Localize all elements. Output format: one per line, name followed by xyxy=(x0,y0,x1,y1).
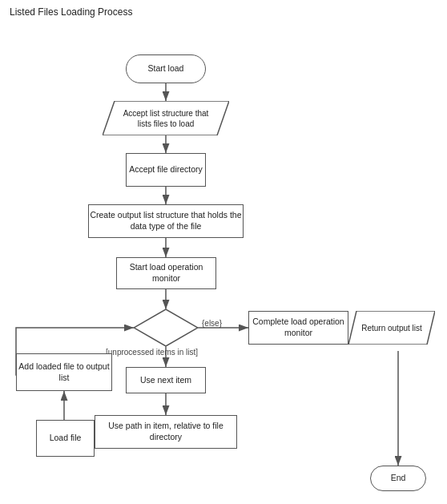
else-label: {else} xyxy=(202,319,222,328)
use-next-item-shape: Use next item xyxy=(126,367,206,393)
complete-monitor-label: Complete load operation monitor xyxy=(249,317,348,338)
load-file-shape: Load file xyxy=(36,420,95,457)
end-label: End xyxy=(391,473,406,484)
start-monitor-label: Start load operation monitor xyxy=(117,262,215,284)
return-output-label: Return output list xyxy=(352,321,432,335)
add-loaded-shape: Add loaded file to output list xyxy=(16,353,112,391)
create-output-label: Create output list structure that holds … xyxy=(89,210,243,232)
decision-diamond xyxy=(134,309,198,346)
unprocessed-label: [unprocessed items in list] xyxy=(106,348,198,357)
use-path-label: Use path in item, relative to file direc… xyxy=(95,421,236,442)
use-next-label: Use next item xyxy=(140,375,191,386)
add-loaded-label: Add loaded file to output list xyxy=(17,361,111,383)
start-load-label: Start load xyxy=(148,63,184,75)
use-path-shape: Use path in item, relative to file direc… xyxy=(95,415,237,449)
load-file-label: Load file xyxy=(50,433,82,444)
accept-list-label: Accept list structure that lists files t… xyxy=(103,107,229,131)
end-shape: End xyxy=(370,466,426,491)
create-output-shape: Create output list structure that holds … xyxy=(88,204,244,238)
accept-list-shape: Accept list structure that lists files t… xyxy=(103,101,229,135)
page-title: Listed Files Loading Process xyxy=(0,0,447,21)
start-monitor-shape: Start load operation monitor xyxy=(116,257,216,289)
accept-dir-label: Accept file directory xyxy=(129,164,203,175)
svg-marker-14 xyxy=(134,309,198,346)
accept-directory-shape: Accept file directory xyxy=(126,153,206,187)
return-output-shape: Return output list xyxy=(348,311,435,345)
start-load-shape: Start load xyxy=(126,54,206,83)
diagram: Start load Accept list structure that li… xyxy=(0,21,447,504)
complete-monitor-shape: Complete load operation monitor xyxy=(248,311,348,345)
